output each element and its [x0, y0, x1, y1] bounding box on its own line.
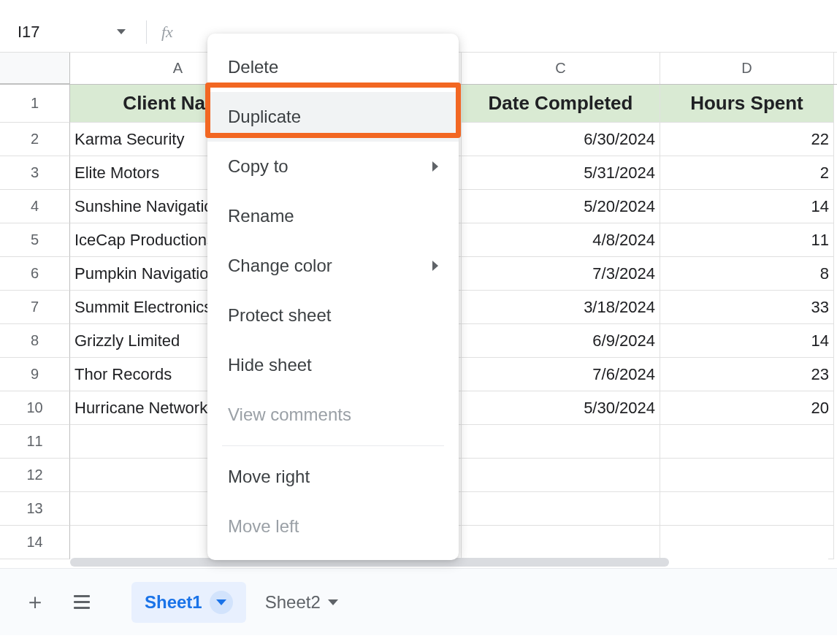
all-sheets-button[interactable]: [61, 582, 102, 623]
cell[interactable]: [462, 425, 660, 459]
chevron-right-icon: [432, 161, 438, 172]
cell[interactable]: [660, 425, 834, 459]
row-header[interactable]: 10: [0, 391, 70, 425]
cell[interactable]: [660, 459, 834, 492]
row-header[interactable]: 2: [0, 123, 70, 156]
cell-hours[interactable]: 2: [660, 156, 834, 190]
menu-item-hide-sheet[interactable]: Hide sheet: [207, 340, 459, 390]
cell-date[interactable]: 6/30/2024: [462, 123, 660, 156]
cell-date[interactable]: 3/18/2024: [462, 291, 660, 324]
cell[interactable]: [660, 526, 834, 559]
cell-hours[interactable]: 8: [660, 257, 834, 291]
menu-item-view-comments: View comments: [207, 390, 459, 440]
chevron-down-icon[interactable]: [117, 29, 126, 34]
divider: [146, 20, 147, 44]
menu-item-label: Move left: [228, 516, 299, 537]
plus-icon: ＋: [24, 587, 46, 617]
header-cell-hours-spent[interactable]: Hours Spent: [660, 85, 834, 123]
cell[interactable]: [462, 526, 660, 559]
column-header-c[interactable]: C: [462, 53, 660, 84]
select-all-corner[interactable]: [0, 53, 70, 84]
row-header[interactable]: 4: [0, 190, 70, 223]
menu-item-copy-to[interactable]: Copy to: [207, 142, 459, 191]
menu-divider: [222, 445, 444, 446]
row-header[interactable]: 5: [0, 223, 70, 257]
menu-item-label: Change color: [228, 256, 332, 276]
cell-reference-value: I17: [18, 23, 40, 42]
cell-date[interactable]: 7/3/2024: [462, 257, 660, 291]
sheet-tabs-bar: ＋ Sheet1 Sheet2: [0, 568, 837, 635]
menu-icon: [74, 595, 90, 609]
cell-reference-box[interactable]: I17: [6, 23, 137, 42]
row-header[interactable]: 3: [0, 156, 70, 190]
menu-item-rename[interactable]: Rename: [207, 191, 459, 241]
row-header[interactable]: 8: [0, 324, 70, 358]
chevron-down-icon: [216, 599, 226, 605]
cell-hours[interactable]: 14: [660, 324, 834, 358]
cell[interactable]: [462, 459, 660, 492]
menu-item-label: Duplicate: [228, 107, 301, 127]
row-header[interactable]: 7: [0, 291, 70, 324]
header-cell-date-completed[interactable]: Date Completed: [462, 85, 660, 123]
menu-item-label: View comments: [228, 405, 351, 425]
menu-item-label: Copy to: [228, 156, 288, 177]
sheet-tab-menu-button[interactable]: [210, 591, 233, 614]
cell-date[interactable]: 6/9/2024: [462, 324, 660, 358]
sheet-tab-sheet1[interactable]: Sheet1: [131, 582, 246, 623]
cell-date[interactable]: 5/30/2024: [462, 391, 660, 425]
menu-item-change-color[interactable]: Change color: [207, 241, 459, 291]
menu-item-delete[interactable]: Delete: [207, 42, 459, 92]
menu-item-move-left: Move left: [207, 502, 459, 551]
menu-item-label: Delete: [228, 57, 278, 77]
row-header[interactable]: 11: [0, 425, 70, 459]
fx-label: fx: [161, 23, 173, 42]
cell-hours[interactable]: 14: [660, 190, 834, 223]
row-header[interactable]: 12: [0, 459, 70, 492]
sheet-context-menu: Delete Duplicate Copy to Rename Change c…: [207, 34, 459, 560]
add-sheet-button[interactable]: ＋: [15, 582, 56, 623]
sheet-tab-label: Sheet2: [265, 592, 321, 613]
chevron-down-icon[interactable]: [328, 599, 338, 605]
menu-item-label: Protect sheet: [228, 305, 331, 326]
menu-item-move-right[interactable]: Move right: [207, 452, 459, 502]
cell-hours[interactable]: 33: [660, 291, 834, 324]
cell-hours[interactable]: 23: [660, 358, 834, 391]
menu-item-label: Rename: [228, 206, 294, 226]
row-header[interactable]: 13: [0, 492, 70, 526]
cell[interactable]: [462, 492, 660, 526]
chevron-right-icon: [432, 261, 438, 271]
column-header-d[interactable]: D: [660, 53, 834, 84]
row-header[interactable]: 14: [0, 526, 70, 559]
sheet-tab-label: Sheet1: [145, 592, 202, 613]
row-header[interactable]: 9: [0, 358, 70, 391]
row-header[interactable]: 6: [0, 257, 70, 291]
cell-date[interactable]: 4/8/2024: [462, 223, 660, 257]
menu-item-label: Hide sheet: [228, 355, 312, 375]
cell-hours[interactable]: 22: [660, 123, 834, 156]
cell-date[interactable]: 5/20/2024: [462, 190, 660, 223]
menu-item-duplicate[interactable]: Duplicate: [207, 92, 459, 142]
cell-hours[interactable]: 11: [660, 223, 834, 257]
sheet-tab-sheet2[interactable]: Sheet2: [252, 583, 351, 621]
cell-hours[interactable]: 20: [660, 391, 834, 425]
row-header-1[interactable]: 1: [0, 85, 70, 123]
cell[interactable]: [660, 492, 834, 526]
cell-date[interactable]: 5/31/2024: [462, 156, 660, 190]
cell-date[interactable]: 7/6/2024: [462, 358, 660, 391]
menu-item-label: Move right: [228, 467, 310, 487]
menu-item-protect-sheet[interactable]: Protect sheet: [207, 291, 459, 340]
